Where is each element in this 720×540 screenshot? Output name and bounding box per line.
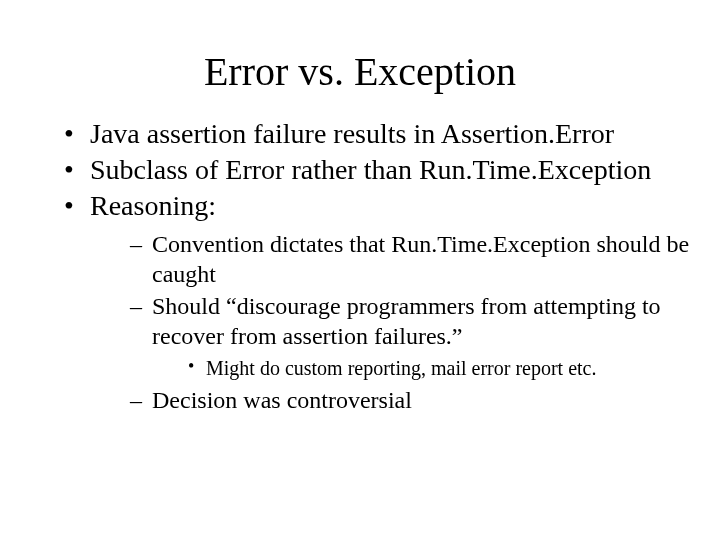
- sub-sub-bullet-text: Might do custom reporting, mail error re…: [206, 357, 596, 379]
- sub-bullet-text: Should “discourage programmers from atte…: [152, 293, 661, 349]
- bullet-item: Java assertion failure results in Assert…: [64, 117, 690, 151]
- sub-bullet-text: Decision was controversial: [152, 387, 412, 413]
- sub-bullet-item: Should “discourage programmers from atte…: [130, 291, 690, 381]
- slide-title: Error vs. Exception: [30, 48, 690, 95]
- sub-bullet-item: Decision was controversial: [130, 385, 690, 415]
- bullet-item: Subclass of Error rather than Run.Time.E…: [64, 153, 690, 187]
- sub-bullet-text: Convention dictates that Run.Time.Except…: [152, 231, 689, 287]
- bullet-text: Reasoning:: [90, 190, 216, 221]
- sub-sub-bullet-item: Might do custom reporting, mail error re…: [188, 355, 690, 381]
- bullet-text: Subclass of Error rather than Run.Time.E…: [90, 154, 651, 185]
- sub-sub-bullet-list: Might do custom reporting, mail error re…: [152, 355, 690, 381]
- sub-bullet-list: Convention dictates that Run.Time.Except…: [90, 229, 690, 415]
- slide: Error vs. Exception Java assertion failu…: [0, 0, 720, 540]
- bullet-list: Java assertion failure results in Assert…: [30, 117, 690, 415]
- bullet-text: Java assertion failure results in Assert…: [90, 118, 614, 149]
- sub-bullet-item: Convention dictates that Run.Time.Except…: [130, 229, 690, 289]
- bullet-item: Reasoning: Convention dictates that Run.…: [64, 189, 690, 415]
